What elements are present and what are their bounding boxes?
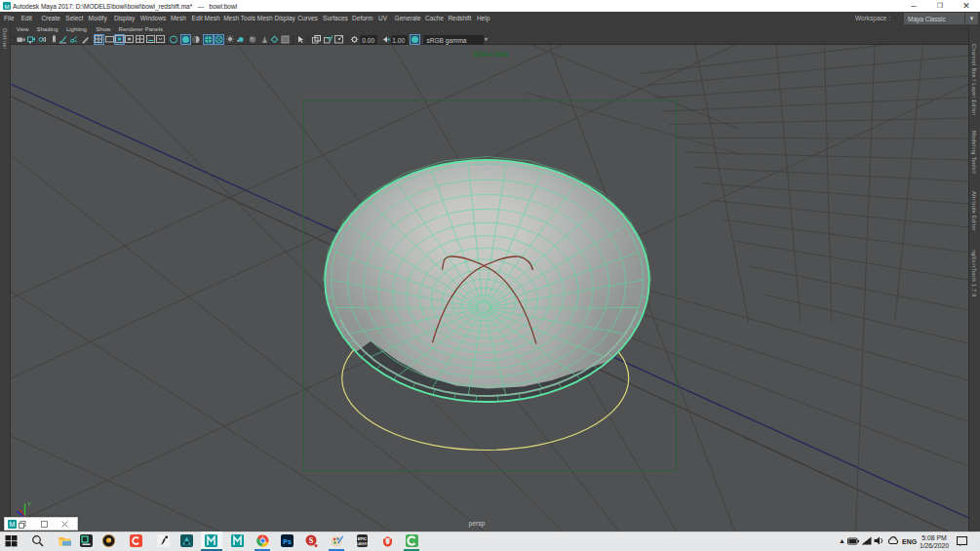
svg-text:persp: persp <box>469 520 486 528</box>
svg-text:M: M <box>10 521 16 528</box>
svg-text:Y: Y <box>27 501 31 507</box>
svg-text:GAMES: GAMES <box>356 541 369 546</box>
svg-text:S: S <box>308 536 313 545</box>
svg-text:1024 x 1024: 1024 x 1024 <box>473 51 509 58</box>
svg-text:Ps: Ps <box>283 538 292 545</box>
svg-text:M: M <box>5 4 10 10</box>
